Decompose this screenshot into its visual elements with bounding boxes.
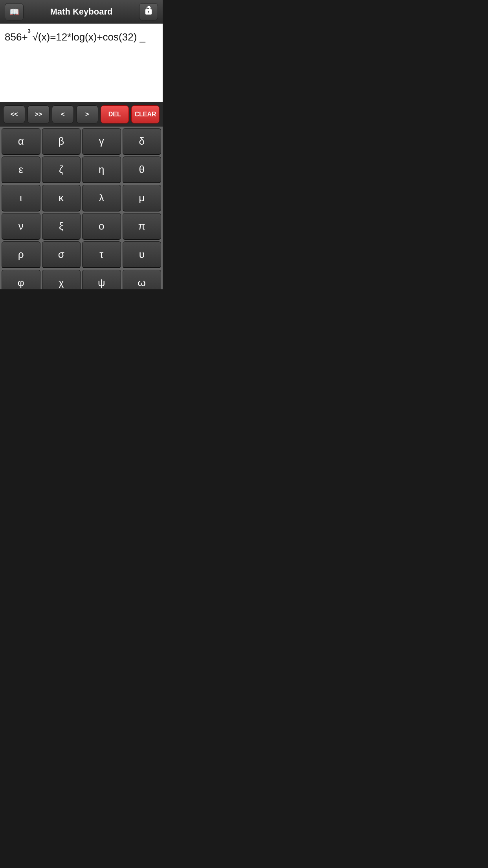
greek-key-ρ[interactable]: ρ: [2, 241, 40, 268]
greek-key-λ[interactable]: λ: [82, 185, 121, 211]
greek-key-ζ[interactable]: ζ: [42, 156, 81, 183]
greek-key-θ[interactable]: θ: [123, 156, 161, 183]
greek-key-ν[interactable]: ν: [2, 213, 40, 240]
rewind-button[interactable]: <<: [3, 105, 25, 123]
fast-forward-button[interactable]: >>: [28, 105, 50, 123]
greek-key-τ[interactable]: τ: [82, 241, 121, 268]
greek-key-π[interactable]: π: [123, 213, 161, 240]
greek-key-ξ[interactable]: ξ: [42, 213, 81, 240]
greek-key-ο[interactable]: ο: [82, 213, 121, 240]
greek-key-φ[interactable]: φ: [2, 270, 40, 289]
cursor-right-button[interactable]: >: [76, 105, 98, 123]
greek-key-υ[interactable]: υ: [123, 241, 161, 268]
del-button[interactable]: DEL: [101, 105, 129, 123]
greek-key-ω[interactable]: ω: [123, 270, 161, 289]
cursor-left-button[interactable]: <: [52, 105, 74, 123]
greek-key-δ[interactable]: δ: [123, 128, 161, 155]
greek-key-η[interactable]: η: [82, 156, 121, 183]
page-title: Math Keyboard: [24, 7, 139, 17]
greek-key-α[interactable]: α: [2, 128, 40, 155]
book-icon: 📖: [9, 7, 19, 17]
greek-key-γ[interactable]: γ: [82, 128, 121, 155]
clear-button[interactable]: CLEAR: [131, 105, 160, 123]
greek-key-χ[interactable]: χ: [42, 270, 81, 289]
nav-row: << >> < > DEL CLEAR: [0, 102, 163, 127]
greek-key-μ[interactable]: μ: [123, 185, 161, 211]
greek-key-σ[interactable]: σ: [42, 241, 81, 268]
greek-keys-grid: αβγδεζηθικλμνξοπρστυφχψω: [0, 127, 163, 289]
share-icon: [144, 6, 153, 17]
expression-display[interactable]: 856+ 3 √ (x)=12*log(x)+cos(32) _: [0, 24, 163, 102]
share-button[interactable]: [139, 3, 158, 20]
book-button[interactable]: 📖: [5, 3, 24, 20]
greek-key-ε[interactable]: ε: [2, 156, 40, 183]
header: 📖 Math Keyboard: [0, 0, 163, 24]
keyboard: << >> < > DEL CLEAR αβγδεζηθικλμνξοπρστυ…: [0, 102, 163, 289]
greek-key-β[interactable]: β: [42, 128, 81, 155]
greek-key-κ[interactable]: κ: [42, 185, 81, 211]
expression-text: 856+ 3 √ (x)=12*log(x)+cos(32) _: [5, 30, 158, 44]
greek-key-ψ[interactable]: ψ: [82, 270, 121, 289]
greek-key-ι[interactable]: ι: [2, 185, 40, 211]
